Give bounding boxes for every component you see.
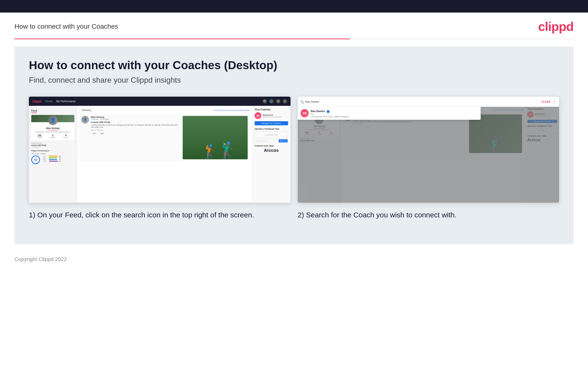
ss1-profile-card: Blair McHarg Plus Handicap Royal North D…: [31, 115, 74, 140]
ss2-dd-info: Dan Davies ✓ Pro Sunningdale Golf Club, …: [311, 109, 349, 118]
ss2-dd-club: Sunningdale Golf Club, United Kingdom: [311, 115, 349, 118]
ss2-search-input[interactable]: Dan Davies: [306, 100, 540, 103]
ss2-search-dropdown: DD Dan Davies ✓ Pro Sunningdale Golf Clu…: [298, 107, 481, 120]
ss2-dd-avatar: DD: [301, 109, 309, 117]
ss1-avatar: [48, 115, 58, 125]
ss1-body: Feed Blair McHarg Plus Handicap Royal No…: [29, 106, 290, 203]
ss1-stat-following: 4 Following: [63, 134, 69, 138]
ss2-frame: clippd Home My Performance Feed Blair Mc…: [298, 97, 559, 203]
ss2-clear-button[interactable]: CLEAR: [542, 101, 551, 103]
search-icon[interactable]: 🔍: [263, 99, 267, 103]
ss2-search-overlay: [298, 106, 559, 203]
ss1-post-body: Looking to feel like my hands are exitin…: [91, 124, 179, 128]
ss2-verified-badge: ✓: [327, 110, 330, 113]
ss1-trackman-input[interactable]: Trackman Link: [255, 139, 278, 143]
copyright-text: Copyright Clippd 2022: [14, 256, 67, 262]
step2-text: 2) Search for the Coach you wish to conn…: [298, 210, 559, 220]
ss1-coach-avatar: DF: [255, 112, 261, 119]
ss1-coach-club: Royal North Devon Golf Club: [263, 116, 281, 118]
screenshot-frame-1: clippd Home My Performance 🔍 👤 ⚙ ● Feed: [29, 97, 290, 203]
ss1-stat-followers: 3 Followers: [50, 134, 56, 138]
main-subheading: Find, connect and share your Clippd insi…: [29, 76, 559, 85]
ss1-following-row: Following Control who can see your activ…: [79, 108, 250, 112]
ss1-upload-title: Upload a Trackman Test: [255, 128, 288, 130]
ss1-post-avatar: 👤: [81, 116, 89, 124]
header-divider: [14, 38, 574, 39]
ss1-user-club: Royal North Devon Golf Club, United King…: [33, 131, 72, 133]
ss1-stats: 131 Activities 3 Followers 4: [33, 134, 72, 138]
ss1-latest-activity: Latest Activity Lesson with Fordy 03 Aug…: [31, 142, 74, 148]
profile-icon[interactable]: ●: [283, 99, 287, 103]
screenshot-panel-2: clippd Home My Performance Feed Blair Mc…: [298, 97, 559, 220]
ss1-performance: Player Performance Total Player Quality …: [31, 150, 74, 164]
search-icon: 🔍: [300, 100, 304, 104]
ss2-dd-name: Dan Davies: [311, 110, 325, 112]
ss1-post-content: Blair McHarg Yesterday · Sunningdale Les…: [91, 116, 179, 159]
screenshot-frame-2: clippd Home My Performance Feed Blair Mc…: [298, 97, 559, 203]
ss1-feed-tab[interactable]: Feed: [31, 110, 37, 113]
main-content: How to connect with your Coaches (Deskto…: [14, 46, 574, 244]
ss1-app-button[interactable]: APP: [99, 132, 105, 135]
ss1-coach-name: David Ford: [263, 114, 281, 116]
screenshot-panel-1: clippd Home My Performance 🔍 👤 ⚙ ● Feed: [29, 97, 290, 220]
ss1-ott-button[interactable]: OTT: [91, 132, 98, 135]
ss1-post-name: Blair McHarg: [91, 116, 179, 118]
ss1-stat-bars: OTT90 APP85 ARG86 PUTT96: [43, 156, 61, 162]
ss1-arccos-brand: Arccos: [255, 148, 288, 153]
ss1-stat-activities: 131 Activities: [37, 134, 43, 138]
ss2-dd-role: Pro: [311, 113, 349, 115]
ss1-post: 👤 Blair McHarg Yesterday · Sunningdale L…: [79, 114, 250, 161]
ss1-user-name: Blair McHarg: [33, 127, 72, 129]
header: How to connect with your Coaches clippd: [0, 12, 588, 38]
ss2-close-button[interactable]: ×: [552, 99, 557, 104]
ss1-right-panel: Your Coaches DF David Ford Royal North D…: [252, 106, 290, 203]
ss1-navbar: clippd Home My Performance 🔍 👤 ⚙ ●: [29, 97, 290, 106]
ss1-coaches-title: Your Coaches: [255, 108, 288, 111]
step1-text: 1) On your Feed, click on the search ico…: [29, 210, 290, 220]
ss1-add-link-button[interactable]: Add Link: [279, 139, 288, 142]
page-title: How to connect with your Coaches: [14, 23, 118, 30]
top-bar: [0, 0, 588, 12]
ss1-nav-home: Home: [45, 100, 52, 103]
logo: clippd: [538, 19, 574, 34]
ss1-control-link[interactable]: Control who can see your activity and da…: [213, 109, 250, 111]
ss1-post-buttons: OTT APP: [91, 132, 179, 135]
ss1-coach-info: David Ford Royal North Devon Golf Club: [263, 114, 281, 118]
ss1-coach-card: DF David Ford Royal North Devon Golf Clu…: [255, 112, 288, 119]
ss1-nav-myperformance: My Performance: [56, 100, 76, 103]
ss2-dropdown-item[interactable]: DD Dan Davies ✓ Pro Sunningdale Golf Clu…: [298, 107, 481, 120]
ss1-manage-coaches-button[interactable]: Manage Your Coaches: [255, 121, 288, 125]
ss1-score-circle: 92: [31, 156, 40, 164]
ss2-dd-name-row: Dan Davies ✓: [311, 109, 349, 113]
ss1-nav-icons: 🔍 👤 ⚙ ●: [263, 99, 287, 103]
ss1-following-button[interactable]: Following: [79, 108, 93, 112]
ss1-center-panel: Following Control who can see your activ…: [77, 106, 252, 203]
footer: Copyright Clippd 2022: [0, 251, 588, 270]
user-icon[interactable]: 👤: [269, 99, 274, 103]
ss1-post-image: 🏌️ 🏌️‍♂️: [183, 116, 248, 159]
screenshots-row: clippd Home My Performance 🔍 👤 ⚙ ● Feed: [29, 97, 559, 220]
ss1-left-panel: Feed Blair McHarg Plus Handicap Royal No…: [29, 106, 77, 203]
ss1-user-hcp: Plus Handicap: [33, 129, 72, 131]
ss1-post-title: Lesson with Fordy: [91, 121, 179, 123]
ss1-post-duration: 01 hr : 30 min: [91, 129, 179, 131]
ss1-trackman-placeholder: Trackman Link: [255, 132, 288, 138]
ss1-nav-logo: clippd: [32, 100, 41, 103]
ss1-connect-title: Connect your data: [255, 145, 288, 147]
ss1-post-meta: Yesterday · Sunningdale: [91, 118, 179, 120]
ss2-search-bar: 🔍 Dan Davies CLEAR ×: [298, 97, 559, 107]
main-heading: How to connect with your Coaches (Deskto…: [29, 59, 559, 72]
settings-icon[interactable]: ⚙: [276, 99, 281, 103]
